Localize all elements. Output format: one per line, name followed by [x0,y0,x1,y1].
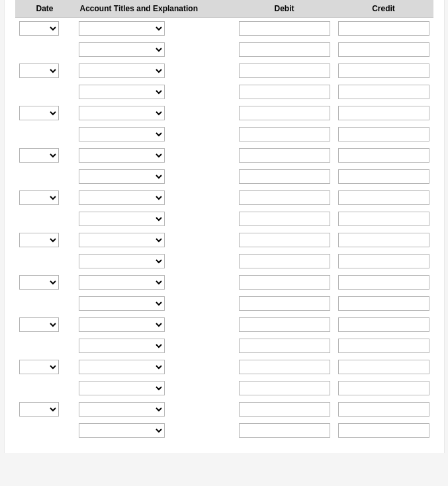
credit-input[interactable] [338,339,429,353]
credit-input[interactable] [338,317,429,332]
debit-cell [235,378,334,399]
credit-cell [334,272,433,293]
credit-input[interactable] [338,127,429,142]
debit-input[interactable] [239,148,330,163]
credit-input[interactable] [338,381,429,395]
debit-input[interactable] [239,169,330,184]
debit-input[interactable] [239,190,330,205]
account-cell [75,314,235,335]
credit-input[interactable] [338,85,429,99]
credit-input[interactable] [338,169,429,184]
account-select[interactable] [79,423,165,438]
account-select[interactable] [79,63,165,78]
account-select[interactable] [79,296,165,311]
debit-input[interactable] [239,296,330,311]
debit-input[interactable] [239,254,330,268]
date-select[interactable] [19,21,59,36]
credit-cell [334,208,433,229]
credit-input[interactable] [338,402,429,417]
credit-input[interactable] [338,254,429,268]
debit-input[interactable] [239,63,330,78]
journal-row [15,208,433,229]
date-select[interactable] [19,63,59,78]
account-select[interactable] [79,381,165,395]
credit-input[interactable] [338,190,429,205]
credit-input[interactable] [338,212,429,226]
credit-input[interactable] [338,233,429,247]
date-cell [15,60,75,81]
account-select[interactable] [79,360,165,374]
date-select[interactable] [19,148,59,163]
debit-input[interactable] [239,360,330,374]
date-select[interactable] [19,360,59,374]
account-select[interactable] [79,233,165,247]
account-select[interactable] [79,127,165,142]
debit-cell [235,208,334,229]
debit-cell [235,18,334,39]
account-select[interactable] [79,402,165,417]
credit-input[interactable] [338,423,429,438]
date-select[interactable] [19,275,59,290]
credit-input[interactable] [338,42,429,57]
journal-row [15,145,433,166]
account-select[interactable] [79,212,165,226]
debit-input[interactable] [239,381,330,395]
date-select[interactable] [19,233,59,247]
account-select[interactable] [79,275,165,290]
debit-input[interactable] [239,275,330,290]
credit-cell [334,81,433,102]
credit-input[interactable] [338,63,429,78]
debit-input[interactable] [239,42,330,57]
account-select[interactable] [79,317,165,332]
credit-input[interactable] [338,275,429,290]
debit-input[interactable] [239,402,330,417]
credit-cell [334,314,433,335]
date-select[interactable] [19,317,59,332]
account-cell [75,420,235,441]
credit-input[interactable] [338,148,429,163]
debit-input[interactable] [239,21,330,36]
account-select[interactable] [79,148,165,163]
debit-input[interactable] [239,212,330,226]
credit-cell [334,399,433,420]
journal-row [15,399,433,420]
debit-input[interactable] [239,106,330,120]
credit-input[interactable] [338,21,429,36]
debit-input[interactable] [239,317,330,332]
account-select[interactable] [79,339,165,353]
date-cell [15,272,75,293]
debit-input[interactable] [239,127,330,142]
journal-entry-form: Date Account Titles and Explanation Debi… [4,0,445,453]
credit-cell [334,293,433,314]
journal-row [15,60,433,81]
date-select[interactable] [19,402,59,417]
debit-input[interactable] [239,339,330,353]
credit-input[interactable] [338,296,429,311]
debit-cell [235,272,334,293]
date-cell [15,420,75,441]
date-cell [15,229,75,251]
account-select[interactable] [79,254,165,268]
date-cell [15,124,75,145]
debit-input[interactable] [239,85,330,99]
debit-input[interactable] [239,233,330,247]
credit-input[interactable] [338,106,429,120]
date-select[interactable] [19,106,59,120]
account-select[interactable] [79,190,165,205]
credit-input[interactable] [338,360,429,374]
account-select[interactable] [79,42,165,57]
account-select[interactable] [79,21,165,36]
debit-cell [235,251,334,272]
debit-cell [235,145,334,166]
account-cell [75,356,235,378]
account-select[interactable] [79,169,165,184]
account-cell [75,293,235,314]
date-select[interactable] [19,190,59,205]
account-cell [75,378,235,399]
date-cell [15,356,75,378]
debit-input[interactable] [239,423,330,438]
account-select[interactable] [79,106,165,120]
account-select[interactable] [79,85,165,99]
debit-cell [235,39,334,60]
account-cell [75,251,235,272]
